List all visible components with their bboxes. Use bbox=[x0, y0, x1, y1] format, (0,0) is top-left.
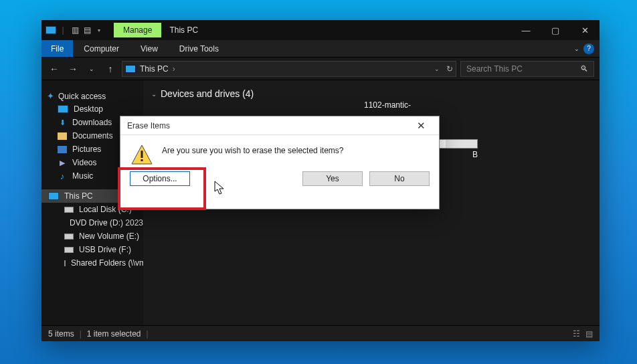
view-tiles-icon[interactable]: ▤ bbox=[585, 329, 593, 339]
navigation-bar: ← → ⌄ ↑ This PC › ⌄ ↻ Search This PC 🔍︎ bbox=[41, 58, 600, 80]
drive-icon bbox=[64, 234, 74, 240]
desktop-icon bbox=[58, 105, 68, 113]
erase-items-dialog: Erase Items ✕ Are you sure you wish to e… bbox=[120, 116, 440, 209]
sidebar-item-label: Desktop bbox=[74, 104, 103, 114]
downloads-icon: ⬇ bbox=[58, 118, 67, 127]
sidebar-item-desktop[interactable]: Desktop bbox=[41, 102, 143, 116]
sidebar-item-label: Shared Folders (\\vmware-host) bbox=[71, 258, 143, 268]
network-drive-icon bbox=[64, 260, 66, 266]
address-pc-icon bbox=[125, 65, 136, 73]
ribbon-tab-drive-tools[interactable]: Drive Tools bbox=[169, 40, 230, 57]
sidebar-item-label: Music bbox=[72, 171, 93, 181]
drive-item-partial-right[interactable]: 1102-mantic- bbox=[364, 100, 411, 110]
qat-separator: | bbox=[58, 25, 68, 35]
drive-icon bbox=[64, 247, 74, 253]
sidebar-item-label: This PC bbox=[64, 191, 93, 201]
dialog-close-button[interactable]: ✕ bbox=[410, 120, 432, 132]
group-header-label: Devices and drives (4) bbox=[161, 88, 254, 99]
ribbon-tab-view[interactable]: View bbox=[130, 40, 169, 57]
address-refresh-icon[interactable]: ↻ bbox=[446, 64, 453, 74]
dialog-titlebar: Erase Items ✕ bbox=[120, 116, 439, 135]
sidebar-item-new-volume[interactable]: New Volume (E:) bbox=[41, 230, 143, 243]
close-button[interactable]: ✕ bbox=[570, 20, 600, 40]
pc-icon bbox=[48, 192, 59, 200]
sidebar-label: Quick access bbox=[58, 92, 106, 101]
button-label: Options... bbox=[143, 174, 177, 183]
sidebar-item-usb-drive[interactable]: USB Drive (F:) bbox=[41, 243, 143, 256]
status-bar: 5 items | 1 item selected | ☷ ▤ bbox=[41, 325, 600, 341]
svg-rect-1 bbox=[141, 151, 143, 158]
options-button[interactable]: Options... bbox=[130, 171, 190, 186]
pictures-icon bbox=[58, 146, 67, 153]
dialog-message: Are you sure you wish to erase the selec… bbox=[162, 145, 343, 165]
button-label: No bbox=[394, 174, 404, 183]
nav-up-icon[interactable]: ↑ bbox=[103, 64, 118, 74]
status-item-count: 5 items bbox=[48, 329, 74, 339]
address-separator-icon: › bbox=[173, 64, 175, 74]
sidebar-item-label: Downloads bbox=[72, 118, 112, 127]
ribbon: File Computer View Drive Tools ⌄ ? bbox=[41, 40, 600, 58]
drive-label-partial: 1102-mantic- bbox=[364, 100, 411, 110]
group-header-devices[interactable]: ⌄ Devices and drives (4) bbox=[143, 80, 600, 103]
address-dropdown-icon[interactable]: ⌄ bbox=[434, 66, 440, 72]
maximize-button[interactable]: ▢ bbox=[541, 20, 570, 40]
dialog-title: Erase Items bbox=[127, 121, 170, 130]
sidebar-item-label: Pictures bbox=[72, 145, 101, 154]
sidebar-item-label: New Volume (E:) bbox=[79, 232, 139, 241]
titlebar: | ▥ ▤ ▾ Manage This PC — ▢ ✕ bbox=[41, 20, 600, 40]
sidebar-item-label: Videos bbox=[72, 158, 96, 167]
drive-icon bbox=[64, 207, 74, 213]
search-placeholder: Search This PC bbox=[466, 64, 523, 74]
address-location: This PC bbox=[140, 64, 169, 74]
qat-dropdown-icon[interactable]: ▾ bbox=[94, 25, 104, 35]
qat-properties-icon[interactable]: ▥ bbox=[70, 25, 80, 35]
chevron-down-icon: ⌄ bbox=[151, 90, 157, 98]
nav-back-icon[interactable]: ← bbox=[47, 64, 62, 74]
sidebar-item-label: DVD Drive (D:) 2023 bbox=[70, 218, 143, 227]
warning-icon bbox=[131, 145, 153, 165]
svg-rect-2 bbox=[141, 159, 143, 161]
view-details-icon[interactable]: ☷ bbox=[573, 329, 580, 339]
quick-access-toolbar: | ▥ ▤ ▾ bbox=[41, 25, 108, 35]
button-label: Yes bbox=[326, 174, 339, 183]
ribbon-collapse-icon[interactable]: ⌄ bbox=[574, 46, 579, 52]
star-icon: ✦ bbox=[47, 91, 54, 101]
nav-history-icon[interactable]: ⌄ bbox=[84, 66, 99, 72]
status-separator: | bbox=[147, 329, 149, 339]
ribbon-tab-file[interactable]: File bbox=[41, 40, 73, 57]
ribbon-contextual-manage[interactable]: Manage bbox=[114, 23, 161, 37]
music-icon: ♪ bbox=[58, 171, 67, 181]
search-icon: 🔍︎ bbox=[580, 64, 588, 74]
help-icon[interactable]: ? bbox=[583, 43, 594, 54]
sidebar-item-shared-folders[interactable]: Shared Folders (\\vmware-host) bbox=[41, 256, 143, 270]
search-input[interactable]: Search This PC 🔍︎ bbox=[460, 61, 594, 77]
no-button[interactable]: No bbox=[369, 171, 430, 186]
ribbon-tab-computer[interactable]: Computer bbox=[73, 40, 130, 57]
qat-newfolder-icon[interactable]: ▤ bbox=[82, 25, 92, 35]
yes-button[interactable]: Yes bbox=[302, 171, 363, 186]
status-separator: | bbox=[80, 329, 82, 339]
sidebar-item-label: Documents bbox=[72, 131, 113, 141]
sidebar-quick-access[interactable]: ✦ Quick access bbox=[41, 90, 143, 102]
sidebar-item-dvd-drive[interactable]: DVD Drive (D:) 2023 bbox=[41, 216, 143, 230]
status-selected-count: 1 item selected bbox=[87, 329, 141, 339]
window-title: This PC bbox=[161, 25, 206, 35]
nav-forward-icon[interactable]: → bbox=[66, 64, 80, 74]
videos-icon: ▶ bbox=[58, 158, 67, 167]
app-icon bbox=[46, 25, 56, 35]
address-bar[interactable]: This PC › ⌄ ↻ bbox=[122, 61, 456, 77]
documents-icon bbox=[58, 132, 67, 140]
sidebar-item-label: USB Drive (F:) bbox=[79, 245, 131, 254]
minimize-button[interactable]: — bbox=[511, 20, 541, 40]
